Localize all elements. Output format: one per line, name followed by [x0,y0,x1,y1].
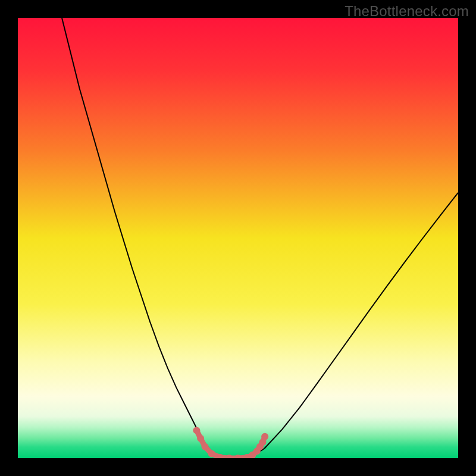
watermark-text: TheBottleneck.com [345,3,469,20]
gradient-background [18,18,458,458]
optimal-region-marker [197,435,204,442]
optimal-region-marker [193,427,200,434]
chart-frame: TheBottleneck.com [0,0,476,476]
optimal-region-marker [208,450,215,458]
plot-area [18,18,458,458]
chart-svg [18,18,458,458]
optimal-region-marker [261,433,268,440]
optimal-region-marker [202,443,209,450]
